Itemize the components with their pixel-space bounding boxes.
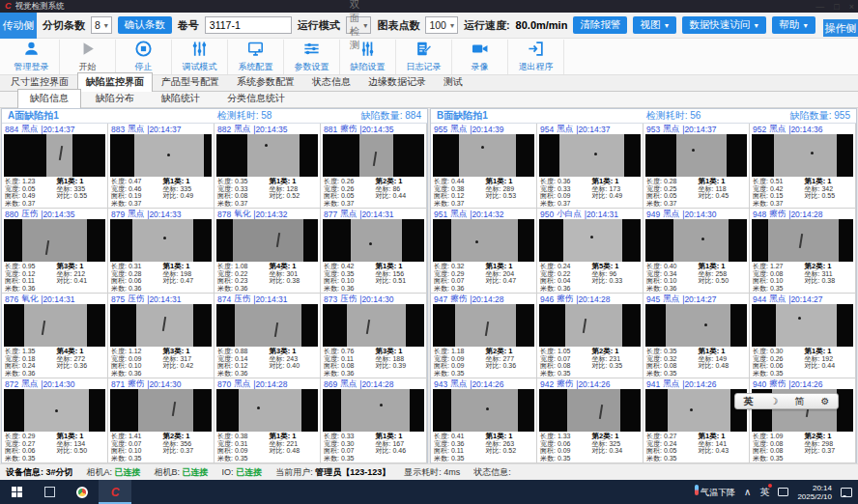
defect-image[interactable]: [433, 389, 534, 432]
ime-halfwidth-icon[interactable]: ☽: [770, 396, 779, 406]
subtab-defect-stats[interactable]: 缺陷统计: [149, 89, 213, 107]
view-menu-button[interactable]: 视图▼: [633, 16, 676, 34]
roll-number-input[interactable]: [205, 16, 292, 34]
action-center-icon[interactable]: [841, 488, 852, 497]
defect-image[interactable]: [645, 134, 747, 177]
defect-cell[interactable]: 954黑点|20:14:37长度: 0.36宽度: 0.33面积: 0.09米数…: [537, 124, 644, 209]
operation-side-button[interactable]: 操作侧: [823, 19, 858, 37]
quick-access-menu-button[interactable]: 数据快速访问▼: [682, 16, 766, 34]
defect-cell[interactable]: 946擦伤|20:14:28长度: 1.05宽度: 0.07面积: 0.08米数…: [537, 294, 644, 378]
defect-image[interactable]: [539, 219, 641, 262]
defect-image[interactable]: [752, 304, 853, 347]
defect-cell[interactable]: 882黑点|20:14:35长度: 0.35宽度: 0.33面积: 0.08米数…: [214, 124, 321, 209]
defect-cell[interactable]: 944黑点|20:14:27长度: 0.30宽度: 0.26面积: 0.06米数…: [750, 294, 856, 378]
defect-image[interactable]: [433, 304, 534, 347]
defect-cell[interactable]: 943黑点|20:14:26长度: 0.41宽度: 0.36面积: 0.11米数…: [431, 378, 537, 463]
defect-image[interactable]: [645, 304, 747, 347]
defect-cell[interactable]: 870黑点|20:14:28长度: 0.38宽度: 0.31面积: 0.09米数…: [214, 378, 321, 463]
defect-image[interactable]: [110, 304, 212, 347]
subtab-class-stats[interactable]: 分类信息统计: [214, 89, 298, 107]
tray-chevron-icon[interactable]: ∧: [744, 487, 751, 497]
defect-image[interactable]: [433, 219, 534, 262]
clear-alarm-button[interactable]: 清除报警: [573, 16, 627, 34]
defect-cell[interactable]: 879黑点|20:14:33长度: 0.31宽度: 0.28面积: 0.06米数…: [108, 209, 214, 294]
chart-points-select[interactable]: 100▾: [425, 16, 458, 34]
start-button[interactable]: [0, 480, 33, 504]
defect-cell[interactable]: 949黑点|20:14:30长度: 0.40宽度: 0.34面积: 0.10米数…: [644, 209, 750, 294]
transmission-side-button[interactable]: 传动侧: [0, 13, 37, 39]
tab-status-info[interactable]: 状态信息: [303, 72, 359, 91]
defect-image[interactable]: [216, 389, 318, 432]
defect-settings-button[interactable]: 缺陷设置: [340, 40, 396, 74]
defect-image[interactable]: [752, 219, 853, 262]
defect-cell[interactable]: 950小白点|20:14:31长度: 0.24宽度: 0.22面积: 0.04米…: [537, 209, 644, 294]
defect-cell[interactable]: 942擦伤|20:14:26长度: 1.33宽度: 0.06面积: 0.09米数…: [537, 378, 644, 463]
stop-button[interactable]: 停止: [116, 40, 172, 74]
defect-cell[interactable]: 876氧化|20:14:31长度: 1.35宽度: 0.18面积: 0.24米数…: [2, 294, 108, 378]
defect-cell[interactable]: 874压伤|20:14:31长度: 0.88宽度: 0.14面积: 0.12米数…: [214, 294, 321, 378]
ime-toolbar[interactable]: 英 ☽ 简 ⚙: [734, 393, 839, 409]
tab-edge-data[interactable]: 边缘数据记录: [359, 72, 435, 91]
defect-cell[interactable]: 878氧化|20:14:32长度: 1.08宽度: 0.22面积: 0.23米数…: [214, 209, 321, 294]
ime-settings-gear-icon[interactable]: ⚙: [821, 396, 830, 406]
defect-image[interactable]: [539, 389, 641, 432]
defect-image[interactable]: [110, 389, 212, 432]
defect-image[interactable]: [4, 389, 105, 432]
defect-image[interactable]: [645, 219, 747, 262]
inspection-app-taskbar-button[interactable]: C: [99, 480, 131, 504]
defect-cell[interactable]: 884黑点|20:14:37长度: 1.23宽度: 0.05面积: 0.49米数…: [2, 124, 108, 209]
help-menu-button[interactable]: 帮助▼: [772, 16, 815, 34]
confirm-count-button[interactable]: 确认条数: [118, 16, 172, 34]
defect-image[interactable]: [323, 304, 424, 347]
ime-simplified-toggle[interactable]: 简: [795, 395, 805, 408]
defect-image[interactable]: [4, 134, 105, 177]
defect-cell[interactable]: 873压伤|20:14:30长度: 0.76宽度: 0.11面积: 0.08米数…: [321, 294, 427, 378]
ime-lang-toggle[interactable]: 英: [744, 395, 754, 408]
defect-cell[interactable]: 941黑点|20:14:26长度: 0.27宽度: 0.24面积: 0.05米数…: [644, 378, 750, 463]
log-record-button[interactable]: 日志记录: [396, 40, 452, 74]
defect-cell[interactable]: 955黑点|20:14:39长度: 0.44宽度: 0.38面积: 0.12米数…: [431, 124, 537, 209]
defect-image[interactable]: [216, 219, 318, 262]
language-indicator[interactable]: 英: [759, 486, 769, 499]
defect-cell[interactable]: 952黑点|20:14:36长度: 0.51宽度: 0.42面积: 0.15米数…: [750, 124, 856, 209]
defect-cell[interactable]: 880压伤|20:14:35长度: 0.95宽度: 0.12面积: 0.11米数…: [2, 209, 108, 294]
maximize-button[interactable]: □: [834, 2, 839, 12]
weather-widget[interactable]: 气温下降: [695, 485, 736, 499]
defect-image[interactable]: [539, 304, 641, 347]
subtab-defect-distribution[interactable]: 缺陷分布: [83, 89, 147, 107]
defect-image[interactable]: [323, 219, 424, 262]
admin-login-button[interactable]: 管理登录: [4, 40, 60, 74]
defect-cell[interactable]: 945黑点|20:14:27长度: 0.35宽度: 0.32面积: 0.08米数…: [644, 294, 750, 378]
defect-image[interactable]: [110, 219, 212, 262]
defect-cell[interactable]: 869黑点|20:14:28长度: 0.33宽度: 0.30面积: 0.07米数…: [321, 378, 427, 463]
defect-cell[interactable]: 947擦伤|20:14:28长度: 1.18宽度: 0.09面积: 0.09米数…: [431, 294, 537, 378]
tab-test[interactable]: 测试: [435, 72, 472, 91]
defect-image[interactable]: [323, 389, 424, 432]
browser-taskbar-button[interactable]: [66, 480, 99, 504]
record-button[interactable]: 录像: [452, 40, 508, 74]
defect-cell[interactable]: 883黑点|20:14:37长度: 0.47宽度: 0.46面积: 0.19米数…: [108, 124, 214, 209]
defect-image[interactable]: [645, 389, 747, 432]
defect-cell[interactable]: 881擦伤|20:14:35长度: 0.26宽度: 0.26面积: 0.05米数…: [321, 124, 427, 209]
system-config-button[interactable]: 系统配置: [228, 40, 284, 74]
param-settings-button[interactable]: 参数设置: [284, 40, 340, 74]
defect-cell[interactable]: 875压伤|20:14:31长度: 1.12宽度: 0.09面积: 0.10米数…: [108, 294, 214, 378]
defect-image[interactable]: [433, 134, 534, 177]
close-button[interactable]: ×: [849, 2, 854, 12]
defect-image[interactable]: [110, 134, 212, 177]
defect-cell[interactable]: 951黑点|20:14:32长度: 0.32宽度: 0.29面积: 0.07米数…: [431, 209, 537, 294]
defect-cell[interactable]: 948擦伤|20:14:28长度: 1.27宽度: 0.08面积: 0.10米数…: [750, 209, 856, 294]
defect-image[interactable]: [752, 134, 853, 177]
minimize-button[interactable]: —: [815, 2, 824, 12]
run-mode-select[interactable]: 双面检测▾: [346, 16, 372, 34]
task-view-button[interactable]: [33, 480, 66, 504]
defect-cell[interactable]: 871擦伤|20:14:30长度: 1.41宽度: 0.07面积: 0.10米数…: [108, 378, 214, 463]
start-button[interactable]: 开始: [60, 40, 116, 74]
touch-keyboard-icon[interactable]: [778, 488, 788, 496]
defect-cell[interactable]: 940擦伤|20:14:26长度: 1.09宽度: 0.08面积: 0.08米数…: [750, 378, 856, 463]
defect-image[interactable]: [323, 134, 424, 177]
defect-cell[interactable]: 872黑点|20:14:30长度: 0.29宽度: 0.27面积: 0.06米数…: [2, 378, 108, 463]
defect-cell[interactable]: 877黑点|20:14:31长度: 0.42宽度: 0.35面积: 0.10米数…: [321, 209, 427, 294]
exit-button[interactable]: 退出程序: [508, 40, 564, 74]
subtab-defect-info[interactable]: 缺陷信息: [17, 89, 81, 108]
